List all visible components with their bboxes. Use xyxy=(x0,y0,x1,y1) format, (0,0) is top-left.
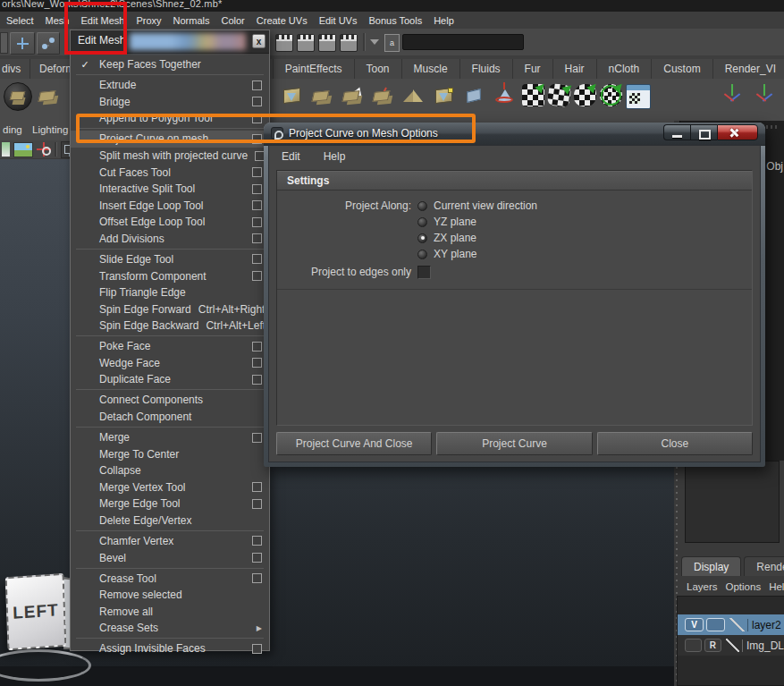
layer-editor-menu-item[interactable]: Layers xyxy=(687,578,718,596)
menu-item[interactable]: Merge To Center xyxy=(71,445,269,462)
snap-move-tool-button[interactable] xyxy=(10,32,35,55)
project-curve-cone-icon[interactable] xyxy=(492,82,518,109)
option-box[interactable] xyxy=(252,644,262,654)
poly-combine-icon[interactable] xyxy=(309,82,336,109)
chevron-down-icon[interactable] xyxy=(370,39,379,45)
view-cube-left-face[interactable]: LEFT xyxy=(5,573,67,651)
layer-visibility-toggle[interactable] xyxy=(685,639,702,652)
menubar-item[interactable]: Color xyxy=(215,15,249,26)
menu-item[interactable]: Merge xyxy=(71,429,269,446)
menu-item[interactable]: Spin Edge Forward Ctrl+Alt+Right xyxy=(71,301,269,318)
menu-item[interactable]: Split mesh with projected curve xyxy=(71,148,269,165)
uv-editor-window-icon[interactable] xyxy=(626,84,651,109)
menu-item[interactable]: Offset Edge Loop Tool xyxy=(71,214,269,231)
layer-color-swatch[interactable] xyxy=(726,639,739,652)
radio-button-icon[interactable] xyxy=(417,217,427,227)
option-box[interactable] xyxy=(252,375,262,385)
layer-editor-menu-item[interactable]: Options xyxy=(726,578,762,596)
poly-cube-blue-face-icon[interactable] xyxy=(279,82,306,109)
shelf-tab-toon[interactable]: Toon xyxy=(355,59,402,79)
option-box[interactable] xyxy=(252,499,262,509)
menu-item[interactable]: Bridge xyxy=(71,94,269,111)
poly-quad-icon[interactable] xyxy=(461,82,488,109)
poly-vertex-icon[interactable] xyxy=(431,82,458,109)
radio-xy-plane[interactable]: XY plane xyxy=(417,246,537,262)
option-box[interactable] xyxy=(252,200,262,210)
option-box[interactable] xyxy=(252,80,262,90)
image-plane-icon[interactable] xyxy=(13,142,33,157)
shelf-tab-painteffects[interactable]: PaintEffects xyxy=(274,59,355,79)
settings-section-header[interactable]: Settings xyxy=(277,171,752,191)
layer-color-swatch[interactable] xyxy=(729,618,745,631)
menu-item[interactable]: Slide Edge Tool xyxy=(71,251,269,268)
shelf-tab-fur[interactable]: Fur xyxy=(513,59,553,79)
menubar-item[interactable]: Proxy xyxy=(130,15,166,26)
isolate-select-icon[interactable] xyxy=(37,142,51,157)
menu-item[interactable]: Chamfer Vertex xyxy=(71,533,269,550)
menu-item[interactable]: Remove all xyxy=(71,603,269,620)
option-box[interactable] xyxy=(252,553,262,563)
close-button[interactable]: Close xyxy=(597,432,753,455)
menu-item[interactable]: Add Divisions xyxy=(71,231,269,248)
layer-render-toggle[interactable]: R xyxy=(704,639,721,652)
shelf-tab-render-vi[interactable]: Render_VI xyxy=(713,59,784,79)
menu-item[interactable]: Transform Component xyxy=(71,267,269,284)
option-box[interactable] xyxy=(252,342,262,351)
radio-button-icon[interactable] xyxy=(417,233,427,243)
option-box[interactable] xyxy=(252,433,262,443)
viewport-icon-partial[interactable] xyxy=(2,142,10,157)
menu-item[interactable]: Extrude xyxy=(71,77,269,94)
poly-fold-icon[interactable] xyxy=(400,82,427,109)
option-box[interactable] xyxy=(252,482,262,492)
field-entry-icon[interactable]: a xyxy=(384,34,400,52)
option-box[interactable] xyxy=(252,233,262,243)
option-box[interactable] xyxy=(252,271,262,281)
uv-checker-sphere-icon[interactable] xyxy=(574,84,596,106)
minimize-button[interactable] xyxy=(663,124,690,140)
append-polygon-icon[interactable] xyxy=(340,82,367,109)
menubar-item[interactable]: Normals xyxy=(167,15,215,26)
option-box[interactable] xyxy=(252,573,262,583)
dialog-menu-item[interactable]: Help xyxy=(324,150,346,163)
shelf-tab-custom[interactable]: Custom xyxy=(652,59,712,79)
radio-zx-plane[interactable]: ZX plane xyxy=(417,230,537,246)
tab-display[interactable]: Display xyxy=(681,556,741,576)
menubar-item[interactable]: Bonus Tools xyxy=(362,15,427,26)
layer-row-img-dl[interactable]: R Img_DL xyxy=(678,635,784,656)
menu-item[interactable]: Crease Sets ▶ xyxy=(71,620,269,637)
menu-item[interactable]: Remove selected xyxy=(71,587,269,604)
option-box[interactable] xyxy=(252,97,262,106)
radio-yz-plane[interactable]: YZ plane xyxy=(417,214,537,230)
uv-checker-cylinder-icon[interactable] xyxy=(546,82,571,107)
viewport-menu-shading-fragment[interactable]: ding xyxy=(3,124,22,135)
menu-item[interactable]: Assign Invisible Faces xyxy=(71,640,269,657)
render-current-frame-icon[interactable] xyxy=(297,34,315,52)
shelf-tab-muscle[interactable]: Muscle xyxy=(402,59,460,79)
close-window-button[interactable] xyxy=(717,124,758,140)
menu-item[interactable]: Connect Components xyxy=(71,392,269,409)
center-pivot-axis-icon[interactable] xyxy=(753,84,776,106)
menu-item[interactable]: Merge Vertex Tool xyxy=(71,479,269,496)
project-to-edges-checkbox[interactable] xyxy=(417,266,431,279)
snap-points-tool-button[interactable] xyxy=(37,32,60,55)
tab-render[interactable]: Render xyxy=(744,556,784,576)
uv-checker-flag-icon[interactable] xyxy=(522,84,544,106)
ipr-render-icon[interactable] xyxy=(318,34,336,52)
menu-item[interactable]: Cut Faces Tool xyxy=(71,164,269,181)
menu-item[interactable]: Insert Edge Loop Tool xyxy=(71,198,269,215)
layer-editor-menu-item[interactable]: Help xyxy=(769,578,784,596)
menu-item[interactable]: Duplicate Face xyxy=(71,371,269,388)
menu-item-keep-faces-together[interactable]: ✓ Keep Faces Together xyxy=(71,56,269,73)
menu-item[interactable]: Interactive Split Tool xyxy=(71,181,269,198)
freeze-transform-axis-icon[interactable] xyxy=(721,84,744,106)
shelf-tab-ncloth[interactable]: nCloth xyxy=(597,59,653,79)
dialog-menu-item[interactable]: Edit xyxy=(282,150,300,163)
layer-row-layer2[interactable]: V layer2 xyxy=(678,614,784,635)
option-box[interactable] xyxy=(252,254,262,264)
close-button[interactable]: x xyxy=(252,34,266,48)
maximize-button[interactable] xyxy=(690,124,717,140)
render-view-icon[interactable] xyxy=(275,34,293,52)
radio-button-icon[interactable] xyxy=(417,201,427,211)
project-curve-button[interactable]: Project Curve xyxy=(436,432,592,455)
option-box[interactable] xyxy=(252,217,262,227)
